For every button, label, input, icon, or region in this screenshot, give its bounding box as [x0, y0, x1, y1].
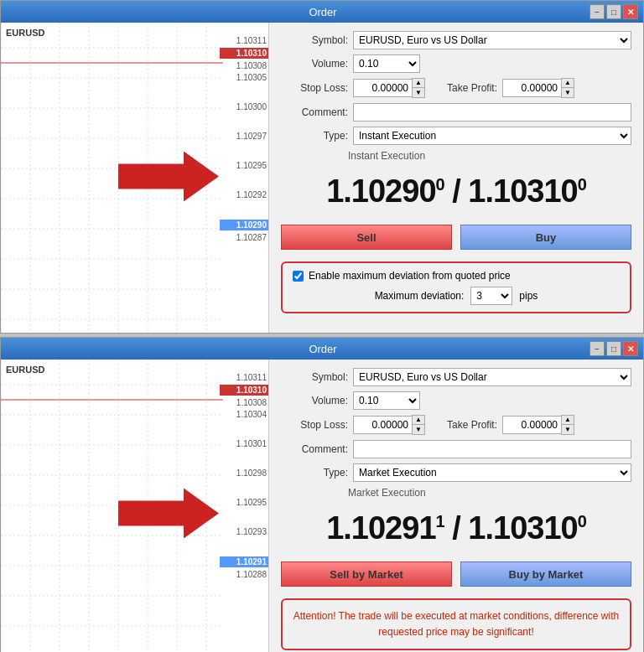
price-2-3: 1.10308: [220, 398, 268, 407]
volume-select-2[interactable]: 0.10: [353, 391, 420, 410]
deviation-box-1: Enable maximum deviation from quoted pri…: [281, 261, 631, 313]
stoploss-input-1[interactable]: 0.00000: [353, 79, 412, 97]
execution-type-label-1: Instant Execution: [348, 150, 425, 162]
form-area-1: Symbol: EURUSD, Euro vs US Dollar Volume…: [269, 23, 643, 333]
comment-label-1: Comment:: [281, 106, 348, 118]
symbol-label-1: Symbol:: [281, 34, 348, 46]
chart-symbol-1: EURUSD: [6, 28, 44, 38]
minimize-button-2[interactable]: −: [589, 341, 605, 356]
close-button-1[interactable]: ✕: [623, 4, 638, 19]
takeprofit-input-2[interactable]: [502, 416, 561, 434]
stoploss-row-2: Stop Loss: ▲ ▼ Take Profit: ▲ ▼: [281, 415, 631, 435]
volume-row-1: Volume: 0.10: [281, 54, 631, 73]
takeprofit-spin-btns-2: ▲ ▼: [561, 415, 574, 435]
type-select-2[interactable]: Market Execution: [353, 463, 631, 482]
volume-label-2: Volume:: [281, 395, 348, 406]
maximize-button-1[interactable]: □: [606, 4, 621, 19]
price-labels-1: 1.10311 1.10310 1.10308 1.10305 1.10300 …: [220, 23, 268, 333]
buy-by-market-button[interactable]: Buy by Market: [460, 561, 631, 587]
close-button-2[interactable]: ✕: [623, 341, 638, 356]
execution-type-label-2: Market Execution: [348, 487, 426, 499]
type-select-1[interactable]: Instant Execution: [353, 127, 631, 145]
comment-input-1[interactable]: [353, 103, 631, 122]
price-1-4: 1.10305: [220, 73, 268, 82]
trade-buttons-1: Sell Buy: [281, 225, 631, 250]
title-bar-1: Order − □ ✕: [1, 1, 643, 23]
takeprofit-label-2: Take Profit:: [430, 419, 497, 431]
price-1-9: 1.10290: [220, 220, 268, 230]
stoploss-label-1: Stop Loss:: [281, 82, 348, 94]
window-2-body: EURUSD 1.10311 1.10310 1.10308 1.10304 1…: [1, 360, 643, 652]
takeprofit-input-1[interactable]: 0.00000: [502, 79, 561, 97]
checkbox-row-1: Enable maximum deviation from quoted pri…: [293, 270, 620, 282]
price-2-6: 1.10298: [220, 468, 268, 478]
volume-row-2: Volume: 0.10: [281, 391, 631, 410]
price-1-2: 1.10310: [220, 48, 268, 59]
takeprofit-spin-btns-1: ▲ ▼: [561, 78, 574, 98]
ask-superscript-1: 0: [578, 175, 586, 194]
stoploss-input-2[interactable]: [353, 416, 412, 434]
price-display-1: 1.102900 / 1.103100: [281, 173, 631, 210]
attention-box-2: Attention! The trade will be executed at…: [281, 598, 631, 650]
deviation-checkbox-1[interactable]: [293, 271, 304, 282]
stoploss-spinbox-1: 0.00000 ▲ ▼: [353, 78, 425, 98]
stoploss-spin-up-1[interactable]: ▲: [413, 79, 424, 88]
title-bar-2: Order − □ ✕: [1, 338, 643, 360]
takeprofit-label-1: Take Profit:: [430, 82, 497, 94]
price-1-6: 1.10297: [220, 132, 268, 141]
volume-select-1[interactable]: 0.10: [353, 54, 420, 73]
stoploss-spin-down-2[interactable]: ▼: [413, 425, 424, 434]
max-deviation-label-1: Maximum deviation:: [375, 290, 465, 302]
execution-label-row-2: Market Execution: [281, 487, 631, 499]
price-2-9: 1.10291: [220, 556, 268, 567]
title-bar-controls-1: − □ ✕: [589, 4, 638, 19]
comment-row-1: Comment:: [281, 103, 631, 122]
type-label-2: Type:: [281, 467, 348, 479]
price-2-4: 1.10304: [220, 410, 268, 419]
stoploss-row-1: Stop Loss: 0.00000 ▲ ▼ Take Profit: 0.00…: [281, 78, 631, 98]
symbol-row-2: Symbol: EURUSD, Euro vs US Dollar: [281, 368, 631, 386]
price-2-1: 1.10311: [220, 373, 268, 382]
max-deviation-row-1: Maximum deviation: 3 pips: [293, 287, 620, 305]
comment-label-2: Comment:: [281, 443, 348, 455]
takeprofit-spin-down-2[interactable]: ▼: [562, 425, 574, 434]
volume-label-1: Volume:: [281, 58, 348, 70]
takeprofit-spin-up-2[interactable]: ▲: [562, 416, 574, 425]
symbol-select-1[interactable]: EURUSD, Euro vs US Dollar: [353, 31, 631, 49]
bid-superscript-1: 0: [436, 175, 444, 194]
window-1-body: EURUSD 1.10311 1.10310 1.10308 1.10305 1…: [1, 23, 643, 333]
chart-area-1: EURUSD 1.10311 1.10310 1.10308 1.10305 1…: [1, 23, 269, 333]
title-bar-controls-2: − □ ✕: [589, 341, 638, 356]
takeprofit-spin-up-1[interactable]: ▲: [562, 79, 574, 88]
price-display-2: 1.102911 / 1.103100: [281, 510, 631, 546]
window-2-title: Order: [56, 343, 589, 355]
type-row-2: Type: Market Execution: [281, 463, 631, 482]
buy-button-1[interactable]: Buy: [460, 225, 631, 250]
stoploss-spin-down-1[interactable]: ▼: [413, 88, 424, 97]
max-deviation-select-1[interactable]: 3: [470, 287, 512, 305]
price-2-7: 1.10295: [220, 498, 268, 507]
takeprofit-spinbox-1: 0.00000 ▲ ▼: [502, 78, 574, 98]
price-2-8: 1.10293: [220, 527, 268, 536]
bid-price-2: 1.10291: [326, 510, 435, 546]
arrow-1: [118, 152, 219, 204]
minimize-button-1[interactable]: −: [589, 4, 605, 19]
maximize-button-2[interactable]: □: [606, 341, 621, 356]
symbol-select-2[interactable]: EURUSD, Euro vs US Dollar: [353, 368, 631, 386]
price-2-10: 1.10288: [220, 570, 268, 579]
window-1: Order − □ ✕: [0, 0, 644, 334]
ask-price-1: 1.10310: [468, 173, 577, 209]
price-labels-2: 1.10311 1.10310 1.10308 1.10304 1.10301 …: [220, 360, 268, 652]
takeprofit-spin-down-1[interactable]: ▼: [562, 88, 574, 97]
price-1-3: 1.10308: [220, 61, 268, 70]
stoploss-spin-btns-1: ▲ ▼: [412, 78, 425, 98]
takeprofit-spinbox-2: ▲ ▼: [502, 415, 574, 435]
stoploss-spin-up-2[interactable]: ▲: [413, 416, 424, 425]
window-2: Order − □ ✕: [0, 337, 644, 652]
pips-label-1: pips: [519, 290, 538, 302]
comment-input-2[interactable]: [353, 440, 631, 458]
stoploss-label-2: Stop Loss:: [281, 419, 348, 431]
sell-button-1[interactable]: Sell: [281, 225, 452, 250]
trade-buttons-2: Sell by Market Buy by Market: [281, 561, 631, 587]
sell-by-market-button[interactable]: Sell by Market: [281, 561, 452, 587]
